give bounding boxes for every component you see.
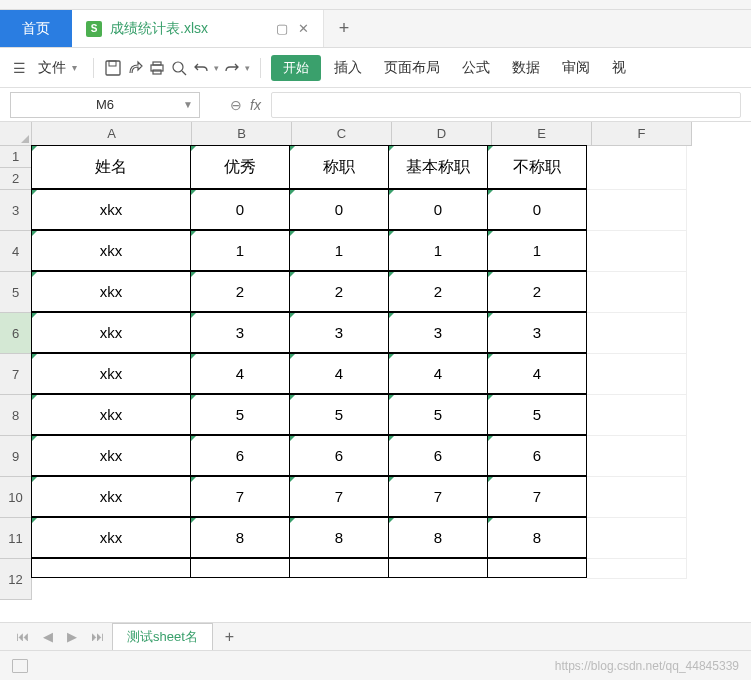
sheet-nav-next-icon[interactable]: ▶ bbox=[61, 629, 83, 644]
hamburger-icon[interactable]: ☰ bbox=[10, 59, 28, 77]
data-cell[interactable]: xkx bbox=[31, 517, 191, 558]
data-cell[interactable] bbox=[587, 477, 687, 518]
col-header-E[interactable]: E bbox=[492, 122, 592, 146]
row-header-4[interactable]: 4 bbox=[0, 231, 32, 272]
data-cell[interactable]: 6 bbox=[388, 435, 488, 476]
row-header-6[interactable]: 6 bbox=[0, 313, 32, 354]
data-cell[interactable]: 8 bbox=[190, 517, 290, 558]
cancel-fx-icon[interactable]: ⊖ bbox=[230, 97, 242, 113]
data-cell[interactable] bbox=[587, 272, 687, 313]
data-cell[interactable]: 0 bbox=[487, 189, 587, 230]
file-menu[interactable]: 文件▾ bbox=[32, 55, 83, 81]
data-cell[interactable]: 6 bbox=[289, 435, 389, 476]
new-tab-button[interactable]: + bbox=[324, 10, 364, 47]
data-cell[interactable]: 1 bbox=[388, 230, 488, 271]
data-cell[interactable]: 7 bbox=[487, 476, 587, 517]
header-cell[interactable]: 基本称职 bbox=[388, 145, 488, 189]
data-cell[interactable] bbox=[587, 559, 687, 579]
data-cell[interactable] bbox=[587, 231, 687, 272]
col-header-A[interactable]: A bbox=[32, 122, 192, 146]
data-cell[interactable]: 3 bbox=[289, 312, 389, 353]
data-cell[interactable]: xkx bbox=[31, 312, 191, 353]
data-cell[interactable]: 5 bbox=[388, 394, 488, 435]
file-tab[interactable]: S 成绩统计表.xlsx ▢ ✕ bbox=[72, 10, 324, 47]
data-cell[interactable]: 7 bbox=[289, 476, 389, 517]
data-cell[interactable]: 5 bbox=[289, 394, 389, 435]
data-cell[interactable]: 1 bbox=[190, 230, 290, 271]
col-header-B[interactable]: B bbox=[192, 122, 292, 146]
row-header-7[interactable]: 7 bbox=[0, 354, 32, 395]
name-box[interactable]: M6 ▼ bbox=[10, 92, 200, 118]
row-header-10[interactable]: 10 bbox=[0, 477, 32, 518]
status-mode-icon[interactable] bbox=[12, 659, 28, 673]
redo-icon[interactable] bbox=[223, 59, 241, 77]
data-cell[interactable]: 2 bbox=[487, 271, 587, 312]
header-cell[interactable]: 姓名 bbox=[31, 145, 191, 189]
data-cell[interactable]: 1 bbox=[487, 230, 587, 271]
data-cell[interactable] bbox=[587, 436, 687, 477]
col-header-C[interactable]: C bbox=[292, 122, 392, 146]
data-cell[interactable]: 4 bbox=[388, 353, 488, 394]
row-header-11[interactable]: 11 bbox=[0, 518, 32, 559]
data-cell[interactable]: 0 bbox=[190, 189, 290, 230]
data-cell[interactable]: 4 bbox=[190, 353, 290, 394]
data-cell[interactable]: xkx bbox=[31, 476, 191, 517]
row-header-2[interactable]: 2 bbox=[0, 168, 32, 190]
header-cell[interactable]: 称职 bbox=[289, 145, 389, 189]
data-cell[interactable]: xkx bbox=[31, 189, 191, 230]
home-tab[interactable]: 首页 bbox=[0, 10, 72, 47]
data-cell[interactable]: 2 bbox=[388, 271, 488, 312]
col-header-F[interactable]: F bbox=[592, 122, 692, 146]
insert-tab[interactable]: 插入 bbox=[325, 55, 371, 81]
share-icon[interactable] bbox=[126, 59, 144, 77]
print-icon[interactable] bbox=[148, 59, 166, 77]
sheet-nav-last-icon[interactable]: ⏭ bbox=[85, 629, 110, 644]
data-cell[interactable] bbox=[587, 395, 687, 436]
spreadsheet-grid[interactable]: ABCDEF 123456789101112 姓名优秀称职基本称职不称职xkx0… bbox=[0, 122, 751, 662]
start-tab[interactable]: 开始 bbox=[271, 55, 321, 81]
data-cell[interactable]: xkx bbox=[31, 394, 191, 435]
close-tab-icon[interactable]: ✕ bbox=[298, 21, 309, 36]
formulas-tab[interactable]: 公式 bbox=[453, 55, 499, 81]
data-cell[interactable]: 8 bbox=[289, 517, 389, 558]
data-cell[interactable]: 8 bbox=[487, 517, 587, 558]
data-cell[interactable] bbox=[587, 313, 687, 354]
add-sheet-button[interactable]: + bbox=[215, 624, 244, 650]
data-cell[interactable]: xkx bbox=[31, 271, 191, 312]
row-header-1[interactable]: 1 bbox=[0, 146, 32, 168]
row-header-8[interactable]: 8 bbox=[0, 395, 32, 436]
data-cell[interactable] bbox=[289, 558, 389, 578]
sheet-nav-first-icon[interactable]: ⏮ bbox=[10, 629, 35, 644]
header-cell[interactable]: 优秀 bbox=[190, 145, 290, 189]
data-cell[interactable]: xkx bbox=[31, 435, 191, 476]
data-cell[interactable]: xkx bbox=[31, 230, 191, 271]
row-header-9[interactable]: 9 bbox=[0, 436, 32, 477]
data-cell[interactable]: 2 bbox=[190, 271, 290, 312]
data-cell[interactable]: xkx bbox=[31, 353, 191, 394]
formula-input[interactable] bbox=[271, 92, 741, 118]
save-icon[interactable] bbox=[104, 59, 122, 77]
data-cell[interactable]: 6 bbox=[190, 435, 290, 476]
data-cell[interactable]: 7 bbox=[190, 476, 290, 517]
data-cell[interactable] bbox=[587, 354, 687, 395]
data-cell[interactable]: 0 bbox=[388, 189, 488, 230]
data-cell[interactable]: 3 bbox=[487, 312, 587, 353]
data-cell[interactable] bbox=[388, 558, 488, 578]
data-cell[interactable]: 8 bbox=[388, 517, 488, 558]
view-tab[interactable]: 视 bbox=[603, 55, 635, 81]
data-cell[interactable]: 1 bbox=[289, 230, 389, 271]
data-cell[interactable]: 5 bbox=[190, 394, 290, 435]
header-cell[interactable]: 不称职 bbox=[487, 145, 587, 189]
col-header-D[interactable]: D bbox=[392, 122, 492, 146]
chevron-down-icon[interactable]: ▼ bbox=[183, 99, 193, 110]
data-cell[interactable] bbox=[587, 190, 687, 231]
row-header-12[interactable]: 12 bbox=[0, 559, 32, 600]
sheet-nav-prev-icon[interactable]: ◀ bbox=[37, 629, 59, 644]
data-cell[interactable]: 6 bbox=[487, 435, 587, 476]
data-cell[interactable] bbox=[31, 558, 191, 578]
select-all-corner[interactable] bbox=[0, 122, 32, 146]
row-header-5[interactable]: 5 bbox=[0, 272, 32, 313]
data-tab[interactable]: 数据 bbox=[503, 55, 549, 81]
data-cell[interactable]: 0 bbox=[289, 189, 389, 230]
data-cell[interactable] bbox=[190, 558, 290, 578]
